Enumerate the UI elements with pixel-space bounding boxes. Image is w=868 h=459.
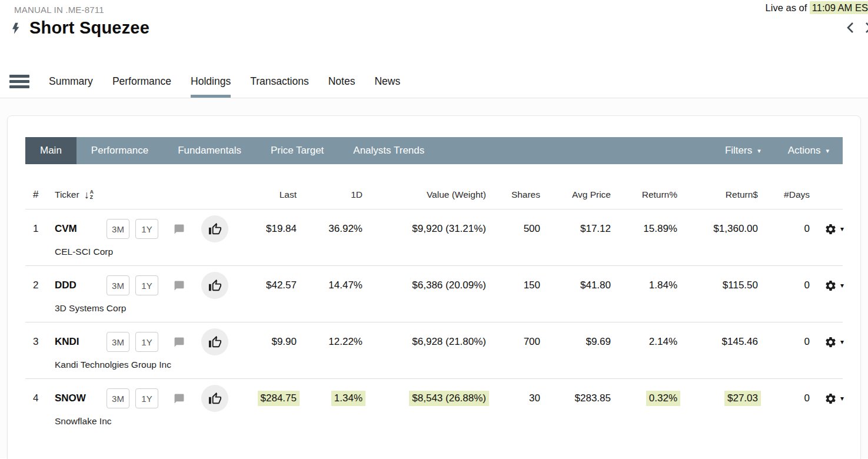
return-pct: 0.32% [611, 385, 677, 412]
thumbs-up-icon [208, 392, 222, 405]
range-1y-button[interactable]: 1Y [135, 388, 158, 408]
row-actions: ▾ [810, 215, 844, 242]
avg-price: $41.80 [540, 272, 611, 299]
row-actions: ▾ [810, 328, 844, 355]
view-tab-price-target[interactable]: Price Target [256, 137, 338, 164]
range-1y-button[interactable]: 1Y [135, 275, 158, 295]
return-usd: $115.50 [677, 272, 758, 299]
nav-tab-notes[interactable]: Notes [328, 65, 355, 98]
chevron-down-icon[interactable]: ▾ [840, 225, 844, 233]
range-buttons: 3M1Y [107, 332, 164, 352]
one-day-change: 12.22% [297, 328, 363, 355]
comment-icon[interactable] [173, 393, 185, 404]
view-tab-analysts-trends[interactable]: Analysts Trends [338, 137, 439, 164]
table-row: 3 KNDI 3M1Y $9.90 12.22% $6,928 (21.80%)… [25, 322, 843, 379]
company-name: Snowflake Inc [55, 416, 844, 427]
holdings-view-tabs: MainPerformanceFundamentalsPrice TargetA… [25, 137, 843, 164]
range-buttons: 3M1Y [107, 275, 164, 295]
holdings-table-header: # Ticker ↓ A Z Last 1D Value (Weight) Sh… [25, 164, 843, 209]
table-row: 4 SNOW 3M1Y $284.75 1.34% $8,543 (26.88%… [25, 379, 843, 435]
one-day-change: 14.47% [297, 272, 363, 299]
gear-icon[interactable] [824, 336, 837, 348]
page-title: Short Squezee [29, 18, 149, 38]
range-3m-button[interactable]: 3M [107, 219, 129, 239]
nav-tab-summary[interactable]: Summary [49, 65, 93, 98]
row-actions: ▾ [810, 272, 844, 299]
live-prefix: Live as of [766, 2, 807, 13]
one-day-change: 1.34% [297, 385, 363, 412]
days: 0 [758, 215, 810, 242]
table-row: 2 DDD 3M1Y $42.57 14.47% $6,386 (20.09%)… [25, 266, 843, 322]
chevron-down-icon: ▾ [757, 148, 761, 154]
thumbs-up-button[interactable] [201, 215, 228, 242]
col-ticker: Ticker ↓ A Z [55, 189, 248, 201]
range-1y-button[interactable]: 1Y [135, 332, 158, 352]
value-weight: $6,928 (21.80%) [363, 328, 486, 355]
chevron-left-icon[interactable] [846, 21, 855, 34]
row-number: 4 [25, 385, 55, 412]
comment-icon[interactable] [173, 224, 185, 235]
ticker-cell: KNDI 3M1Y [55, 328, 248, 355]
sort-az-icon[interactable]: ↓ A Z [84, 189, 94, 200]
thumbs-up-button[interactable] [201, 328, 228, 355]
range-buttons: 3M1Y [107, 388, 164, 408]
range-3m-button[interactable]: 3M [107, 275, 129, 295]
chevron-down-icon: ▾ [826, 148, 829, 154]
view-tab-main[interactable]: Main [25, 137, 77, 164]
col-return-usd: Return$ [677, 189, 758, 201]
return-usd: $145.46 [677, 328, 758, 355]
chevron-down-icon[interactable]: ▾ [840, 338, 844, 346]
gear-icon[interactable] [824, 393, 837, 405]
ticker-symbol[interactable]: DDD [55, 280, 107, 291]
company-name: Kandi Technolgies Group Inc [55, 360, 844, 370]
range-1y-button[interactable]: 1Y [135, 219, 158, 239]
nav-tab-news[interactable]: News [374, 65, 400, 98]
col-days: #Days [758, 189, 810, 201]
content-area: MainPerformanceFundamentalsPrice TargetA… [0, 98, 868, 458]
col-value-weight: Value (Weight) [363, 189, 486, 201]
live-timestamp: 11:09 AM EST [810, 1, 868, 14]
view-tab-performance[interactable]: Performance [77, 137, 163, 164]
gear-icon[interactable] [824, 223, 837, 235]
shares: 700 [486, 328, 540, 355]
chevron-right-icon[interactable] [864, 21, 868, 34]
nav-tab-transactions[interactable]: Transactions [250, 65, 309, 98]
ticker-symbol[interactable]: SNOW [55, 393, 107, 404]
nav-tab-performance[interactable]: Performance [112, 65, 171, 98]
chevron-down-icon[interactable]: ▾ [840, 394, 844, 403]
range-3m-button[interactable]: 3M [107, 332, 129, 352]
avg-price: $283.85 [540, 385, 611, 412]
card-tab-list: MainPerformanceFundamentalsPrice TargetA… [25, 137, 439, 164]
days: 0 [758, 385, 810, 412]
main-nav: SummaryPerformanceHoldingsTransactionsNo… [0, 65, 868, 98]
actions-dropdown[interactable]: Actions ▾ [774, 137, 843, 164]
col-number: # [25, 189, 55, 201]
view-tab-fundamentals[interactable]: Fundamentals [163, 137, 256, 164]
page-header: MANUAL IN .ME-8711 Short Squezee Live as… [0, 0, 868, 65]
hamburger-menu-icon[interactable] [9, 75, 29, 88]
company-name: 3D Systems Corp [55, 303, 844, 314]
thumbs-up-button[interactable] [201, 385, 228, 412]
avg-price: $17.12 [540, 215, 611, 242]
lightning-bolt-icon [9, 21, 22, 36]
range-3m-button[interactable]: 3M [107, 388, 129, 408]
one-day-change: 36.92% [297, 215, 363, 242]
portfolio-id-label: MANUAL IN .ME-8711 [9, 5, 868, 15]
ticker-symbol[interactable]: KNDI [55, 336, 107, 348]
pager-controls [846, 21, 868, 34]
table-row: 1 CVM 3M1Y $19.84 36.92% $9,920 (31.21%)… [25, 209, 843, 266]
return-pct: 15.89% [611, 215, 677, 242]
chevron-down-icon[interactable]: ▾ [840, 281, 844, 290]
gear-icon[interactable] [824, 280, 837, 292]
ticker-symbol[interactable]: CVM [55, 223, 107, 235]
nav-tab-holdings[interactable]: Holdings [191, 65, 231, 98]
col-actions [810, 189, 844, 201]
days: 0 [758, 328, 810, 355]
col-shares: Shares [486, 189, 540, 201]
comment-icon[interactable] [173, 280, 185, 291]
range-buttons: 3M1Y [107, 219, 164, 239]
return-pct: 1.84% [611, 272, 677, 299]
filters-dropdown[interactable]: Filters ▾ [711, 137, 774, 164]
thumbs-up-button[interactable] [201, 272, 228, 299]
comment-icon[interactable] [173, 337, 185, 348]
